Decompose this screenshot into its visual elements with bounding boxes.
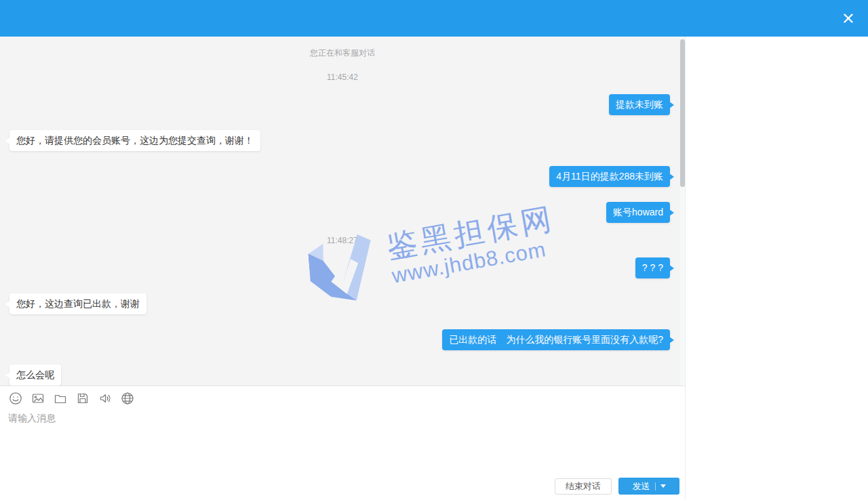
agent-message-bubble: 怎么会呢 <box>9 364 61 386</box>
agent-message-bubble: 您好，请提供您的会员账号，这边为您提交查询，谢谢！ <box>9 130 260 151</box>
send-button[interactable]: 发送 <box>618 478 679 495</box>
visitor-message-bubble: ? ? ? <box>635 257 670 278</box>
title-bar <box>0 0 868 37</box>
close-button[interactable] <box>840 9 857 27</box>
globe-icon[interactable] <box>121 392 134 405</box>
right-side-panel <box>685 37 868 500</box>
timestamp: 11:45:42 <box>327 72 358 83</box>
agent-message-bubble: 您好，这边查询已出款，谢谢 <box>9 293 146 314</box>
scrollbar-thumb[interactable] <box>680 39 685 187</box>
chat-column: 您正在和客服对话 11:45:42 提款未到账 您好，请提供您的会员账号，这边为… <box>0 37 685 500</box>
scrollbar-track[interactable] <box>680 37 685 386</box>
send-label: 发送 <box>633 480 650 493</box>
chat-window: 您正在和客服对话 11:45:42 提款未到账 您好，请提供您的会员账号，这边为… <box>0 0 868 500</box>
image-icon[interactable] <box>31 392 45 405</box>
visitor-message-bubble: 4月11日的提款288未到账 <box>549 166 670 187</box>
visitor-message-bubble: 已出款的话 为什么我的银行账号里面没有入款呢? <box>442 329 670 350</box>
emoji-icon[interactable] <box>9 392 22 405</box>
save-icon[interactable] <box>76 392 90 405</box>
composer-panel: 结束对话 发送 <box>0 386 685 500</box>
visitor-message-bubble: 账号howard <box>606 202 670 223</box>
message-list: 您正在和客服对话 11:45:42 提款未到账 您好，请提供您的会员账号，这边为… <box>0 37 685 386</box>
end-chat-button[interactable]: 结束对话 <box>555 478 612 495</box>
chat-status-text: 您正在和客服对话 <box>310 47 375 58</box>
chevron-down-icon[interactable] <box>660 484 666 488</box>
composer-toolbar <box>0 386 685 405</box>
end-chat-label: 结束对话 <box>566 480 601 493</box>
close-icon <box>844 14 853 23</box>
send-divider <box>655 482 656 491</box>
timestamp: 11:48:27 <box>327 235 358 246</box>
message-input[interactable] <box>7 411 674 461</box>
folder-icon[interactable] <box>54 392 67 405</box>
speaker-icon[interactable] <box>98 392 112 405</box>
visitor-message-bubble: 提款未到账 <box>609 94 670 115</box>
